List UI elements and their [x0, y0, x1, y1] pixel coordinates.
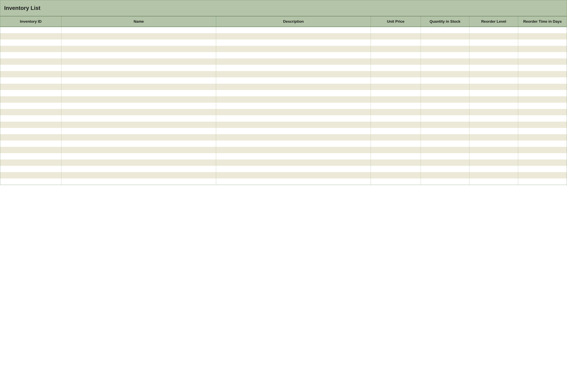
column-header-quantity-in-stock[interactable]: Quantity in Stock	[421, 16, 469, 27]
cell-unit_price[interactable]	[371, 134, 421, 140]
cell-quantity_in_stock[interactable]	[421, 71, 469, 77]
cell-reorder_level[interactable]	[469, 109, 518, 115]
cell-quantity_in_stock[interactable]	[421, 33, 469, 40]
cell-inventory_id[interactable]	[0, 128, 61, 134]
cell-quantity_in_stock[interactable]	[421, 40, 469, 46]
cell-reorder_time_in_days[interactable]	[518, 84, 567, 90]
cell-unit_price[interactable]	[371, 172, 421, 178]
cell-reorder_level[interactable]	[469, 140, 518, 147]
cell-quantity_in_stock[interactable]	[421, 46, 469, 52]
cell-reorder_level[interactable]	[469, 27, 518, 33]
cell-reorder_level[interactable]	[469, 58, 518, 65]
cell-inventory_id[interactable]	[0, 65, 61, 71]
cell-reorder_level[interactable]	[469, 33, 518, 40]
cell-reorder_time_in_days[interactable]	[518, 159, 567, 166]
cell-name[interactable]	[61, 109, 216, 115]
cell-quantity_in_stock[interactable]	[421, 103, 469, 109]
cell-reorder_time_in_days[interactable]	[518, 33, 567, 40]
cell-reorder_time_in_days[interactable]	[518, 71, 567, 77]
cell-name[interactable]	[61, 96, 216, 103]
cell-quantity_in_stock[interactable]	[421, 166, 469, 172]
cell-unit_price[interactable]	[371, 46, 421, 52]
cell-name[interactable]	[61, 27, 216, 33]
cell-unit_price[interactable]	[371, 90, 421, 96]
cell-name[interactable]	[61, 90, 216, 96]
cell-reorder_time_in_days[interactable]	[518, 52, 567, 58]
cell-reorder_level[interactable]	[469, 147, 518, 153]
cell-unit_price[interactable]	[371, 128, 421, 134]
cell-quantity_in_stock[interactable]	[421, 27, 469, 33]
cell-description[interactable]	[216, 166, 371, 172]
cell-inventory_id[interactable]	[0, 140, 61, 147]
cell-inventory_id[interactable]	[0, 96, 61, 103]
cell-inventory_id[interactable]	[0, 147, 61, 153]
cell-name[interactable]	[61, 166, 216, 172]
cell-reorder_level[interactable]	[469, 134, 518, 140]
cell-quantity_in_stock[interactable]	[421, 77, 469, 84]
cell-quantity_in_stock[interactable]	[421, 178, 469, 185]
cell-name[interactable]	[61, 134, 216, 140]
cell-description[interactable]	[216, 65, 371, 71]
cell-description[interactable]	[216, 122, 371, 128]
cell-reorder_time_in_days[interactable]	[518, 172, 567, 178]
cell-inventory_id[interactable]	[0, 71, 61, 77]
cell-reorder_time_in_days[interactable]	[518, 90, 567, 96]
cell-reorder_level[interactable]	[469, 103, 518, 109]
cell-quantity_in_stock[interactable]	[421, 147, 469, 153]
cell-unit_price[interactable]	[371, 166, 421, 172]
cell-name[interactable]	[61, 147, 216, 153]
cell-reorder_time_in_days[interactable]	[518, 103, 567, 109]
cell-inventory_id[interactable]	[0, 58, 61, 65]
cell-description[interactable]	[216, 52, 371, 58]
cell-name[interactable]	[61, 159, 216, 166]
cell-reorder_time_in_days[interactable]	[518, 128, 567, 134]
cell-name[interactable]	[61, 103, 216, 109]
cell-description[interactable]	[216, 77, 371, 84]
cell-name[interactable]	[61, 178, 216, 185]
column-header-inventory-id[interactable]: Inventory ID	[0, 16, 61, 27]
cell-reorder_level[interactable]	[469, 84, 518, 90]
cell-quantity_in_stock[interactable]	[421, 128, 469, 134]
cell-quantity_in_stock[interactable]	[421, 153, 469, 159]
cell-inventory_id[interactable]	[0, 84, 61, 90]
column-header-name[interactable]: Name	[61, 16, 216, 27]
cell-description[interactable]	[216, 27, 371, 33]
cell-reorder_time_in_days[interactable]	[518, 140, 567, 147]
cell-quantity_in_stock[interactable]	[421, 134, 469, 140]
cell-reorder_time_in_days[interactable]	[518, 109, 567, 115]
cell-unit_price[interactable]	[371, 27, 421, 33]
cell-name[interactable]	[61, 46, 216, 52]
cell-inventory_id[interactable]	[0, 46, 61, 52]
cell-unit_price[interactable]	[371, 153, 421, 159]
cell-reorder_level[interactable]	[469, 122, 518, 128]
cell-quantity_in_stock[interactable]	[421, 52, 469, 58]
cell-reorder_time_in_days[interactable]	[518, 46, 567, 52]
cell-name[interactable]	[61, 122, 216, 128]
cell-name[interactable]	[61, 65, 216, 71]
cell-inventory_id[interactable]	[0, 109, 61, 115]
cell-quantity_in_stock[interactable]	[421, 58, 469, 65]
cell-description[interactable]	[216, 134, 371, 140]
cell-inventory_id[interactable]	[0, 122, 61, 128]
cell-description[interactable]	[216, 58, 371, 65]
cell-description[interactable]	[216, 90, 371, 96]
cell-name[interactable]	[61, 140, 216, 147]
cell-reorder_level[interactable]	[469, 46, 518, 52]
cell-description[interactable]	[216, 140, 371, 147]
column-header-reorder-level[interactable]: Reorder Level	[469, 16, 518, 27]
cell-quantity_in_stock[interactable]	[421, 84, 469, 90]
cell-reorder_time_in_days[interactable]	[518, 134, 567, 140]
cell-unit_price[interactable]	[371, 58, 421, 65]
cell-name[interactable]	[61, 58, 216, 65]
cell-inventory_id[interactable]	[0, 52, 61, 58]
cell-description[interactable]	[216, 84, 371, 90]
cell-name[interactable]	[61, 71, 216, 77]
cell-reorder_level[interactable]	[469, 166, 518, 172]
cell-quantity_in_stock[interactable]	[421, 109, 469, 115]
cell-name[interactable]	[61, 128, 216, 134]
cell-description[interactable]	[216, 46, 371, 52]
cell-inventory_id[interactable]	[0, 77, 61, 84]
cell-reorder_level[interactable]	[469, 90, 518, 96]
cell-description[interactable]	[216, 172, 371, 178]
cell-quantity_in_stock[interactable]	[421, 122, 469, 128]
